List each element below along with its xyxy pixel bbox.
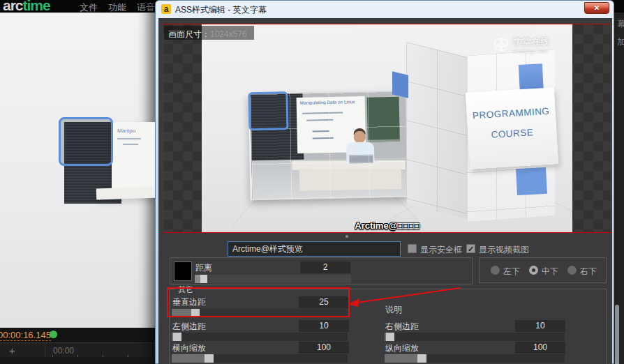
- blue-cube-tile: [392, 71, 408, 98]
- logo-arc: arc: [3, 0, 23, 13]
- align-bottom-center-radio[interactable]: [529, 266, 538, 275]
- frame-size-label: 画面尺寸：: [168, 29, 210, 39]
- dialog-title: ASS样式编辑 - 英文字幕: [175, 4, 267, 16]
- video-preview-area: Manipulating Data on Linux: [163, 24, 611, 233]
- zoom-plus-icon[interactable]: +: [9, 344, 15, 356]
- show-video-frame-checkbox[interactable]: ✓: [466, 244, 475, 253]
- ass-style-editor-dialog: a ASS样式编辑 - 英文字幕 ✕ Manipulating Data on …: [155, 0, 614, 364]
- color-swatch[interactable]: [174, 261, 192, 281]
- projected-slide: Manipu: [112, 122, 155, 195]
- slide-line: [117, 138, 141, 139]
- annotation-red-rectangle: [167, 287, 350, 317]
- align-bottom-left-radio[interactable]: [491, 266, 500, 275]
- divider: [45, 343, 45, 358]
- right-margin-label: 右侧边距: [385, 321, 419, 333]
- scrollbar-thumb[interactable]: [615, 305, 619, 364]
- left-margin-value[interactable]: 10: [299, 320, 349, 332]
- align-bottom-left-label[interactable]: 左下: [503, 266, 520, 278]
- timeline-status-row: 00:00:16.145: [0, 328, 155, 342]
- close-button[interactable]: ✕: [584, 2, 609, 14]
- slider-handle[interactable]: [200, 275, 207, 283]
- watermark-name: 学堂在线: [513, 36, 549, 48]
- slider-fill: [172, 354, 205, 363]
- distance-slider[interactable]: [195, 275, 351, 283]
- classroom-video-wall: Manipulating Data on Linux: [248, 91, 407, 201]
- xuetangx-watermark: 学堂在线 xuetangx.com: [493, 36, 549, 54]
- frame-size-chip: 画面尺寸：1024x576: [164, 26, 254, 40]
- style-preview-text-input[interactable]: [228, 241, 401, 257]
- slider-handle[interactable]: [205, 354, 214, 363]
- course-title-panel: PROGRAMMING COURSE: [466, 87, 558, 169]
- distance-label: 距离: [195, 262, 212, 274]
- frame-size-value: 1024x576: [210, 29, 247, 39]
- blue-cube-tile: [516, 167, 547, 195]
- show-safe-frame-label[interactable]: 显示安全框: [420, 244, 462, 256]
- lecture-desk: [96, 186, 155, 199]
- course-title-line2: COURSE: [468, 126, 557, 142]
- align-bottom-center-label[interactable]: 中下: [542, 266, 558, 278]
- left-margin-slider[interactable]: [172, 333, 348, 341]
- course-title-line1: PROGRAMMING: [466, 105, 556, 121]
- subtitle-preview-text: Arctime@□□□□: [202, 220, 572, 231]
- dialog-title-bar[interactable]: a ASS样式编辑 - 英文字幕 ✕: [156, 1, 614, 18]
- blue-tile-frame: [248, 91, 288, 130]
- clipped-label-fragment: 加: [617, 36, 624, 48]
- logo-time: time: [23, 0, 50, 13]
- horizontal-scale-value[interactable]: 100: [299, 342, 349, 354]
- slider-fill: [385, 354, 417, 363]
- vertical-scale-value[interactable]: 100: [515, 342, 565, 354]
- left-margin-label: 左侧边距: [172, 321, 206, 333]
- splitter-dot: [346, 235, 348, 238]
- slider-handle[interactable]: [417, 354, 426, 363]
- align-bottom-right-label[interactable]: 右下: [580, 266, 597, 278]
- slider-handle[interactable]: [386, 333, 394, 341]
- xuetangx-cube-icon: [493, 37, 509, 52]
- annotation-red-arrow: [347, 284, 466, 309]
- horizontal-scale-label: 横向缩放: [172, 342, 206, 354]
- main-right-panel-strip: 幕 加: [614, 13, 624, 364]
- dialog-body: Manipulating Data on Linux: [158, 18, 612, 364]
- blue-screen-frame: [59, 117, 113, 166]
- current-timecode[interactable]: 00:00:16.145: [0, 330, 51, 341]
- distance-value[interactable]: 2: [300, 261, 350, 273]
- alignment-group: 左下 中下 右下: [479, 257, 607, 283]
- video-frame-screenshot: Manipulating Data on Linux: [202, 24, 572, 232]
- slider-handle[interactable]: [173, 333, 181, 341]
- screen: arctime 文件 功能 语音识别 Manipu 00:00:16.145 +…: [0, 0, 624, 364]
- show-video-frame-label[interactable]: 显示视频截图: [479, 244, 529, 256]
- timeline-track-row: [0, 357, 155, 364]
- shadow-group: 距离 2: [170, 257, 473, 285]
- vertical-scale-slider[interactable]: [385, 354, 565, 363]
- horizontal-scale-slider[interactable]: [172, 354, 348, 363]
- align-bottom-right-radio[interactable]: [567, 266, 577, 275]
- watermark-domain: xuetangx.com: [513, 48, 549, 54]
- status-green-dot: [50, 331, 57, 338]
- slider-fill: [195, 275, 200, 283]
- main-video-preview: Manipu: [0, 13, 155, 328]
- slide-line: [123, 144, 138, 145]
- arctime-app-icon: a: [161, 4, 171, 14]
- clipped-label-fragment: 幕: [617, 18, 624, 30]
- cube-left-face: [406, 42, 468, 219]
- show-safe-frame-checkbox[interactable]: [408, 244, 417, 253]
- slide-text-fragment: Manipu: [117, 128, 155, 134]
- arctime-logo: arctime: [3, 0, 50, 14]
- ruler-start-label: 00:00: [53, 346, 74, 356]
- right-margin-slider[interactable]: [385, 333, 565, 341]
- right-margin-value[interactable]: 10: [515, 320, 565, 332]
- vertical-scale-label: 纵向缩放: [385, 342, 419, 354]
